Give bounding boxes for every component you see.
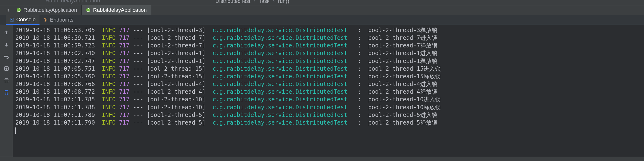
log-line: 2019-10-18 11:07:11.790 INFO 717 --- [po…: [15, 119, 642, 126]
log-sep: :: [358, 73, 361, 80]
console-tab[interactable]: Console: [6, 15, 40, 25]
crumb-class[interactable]: DistributedTest: [216, 0, 250, 4]
log-level: INFO: [102, 81, 116, 88]
log-timestamp: 2019-10-18 11:06:59.723: [15, 42, 95, 49]
log-logger: c.g.rabbitdelay.service.DistributedTest: [212, 34, 351, 41]
log-logger: c.g.rabbitdelay.service.DistributedTest: [212, 66, 351, 72]
toolwindow-tab-bar: ConsoleEndpoints: [0, 15, 644, 25]
log-level: INFO: [102, 34, 116, 41]
log-message: pool-2-thread-4释放锁: [368, 88, 438, 95]
log-dashes: ---: [133, 34, 143, 41]
log-timestamp: 2019-10-18 11:07:02.747: [15, 58, 95, 64]
log-logger: c.g.rabbitdelay.service.DistributedTest: [212, 50, 351, 56]
log-dashes: ---: [133, 66, 143, 72]
toolwindow-tab-label: Console: [16, 16, 36, 23]
log-logger: c.g.rabbitdelay.service.DistributedTest: [212, 112, 351, 118]
soft-wrap-icon[interactable]: [3, 53, 10, 60]
log-timestamp: 2019-10-18 11:07:11.789: [15, 112, 95, 118]
log-pid: 717: [119, 81, 130, 88]
trash-icon[interactable]: [3, 89, 10, 96]
log-pid: 717: [119, 96, 130, 103]
log-sep: :: [358, 42, 361, 49]
log-sep: :: [358, 50, 361, 56]
log-message: pool-2-thread-3释放锁: [368, 27, 438, 34]
log-sep: :: [358, 58, 361, 64]
spring-boot-icon: [16, 8, 21, 12]
log-timestamp: 2019-10-18 11:07:02.740: [15, 50, 95, 56]
log-sep: :: [358, 66, 361, 72]
svg-rect-5: [5, 81, 8, 83]
arrow-up-icon[interactable]: [3, 29, 10, 36]
log-level: INFO: [102, 27, 116, 34]
arrow-down-icon[interactable]: [3, 41, 10, 48]
log-level: INFO: [102, 88, 116, 95]
log-thread: [pool-2-thread-7]: [147, 42, 209, 49]
status-bar: [0, 157, 644, 161]
log-dashes: ---: [133, 50, 143, 56]
log-line: 2019-10-18 11:06:53.705 INFO 717 --- [po…: [15, 26, 642, 34]
log-dashes: ---: [133, 96, 143, 103]
log-logger: c.g.rabbitdelay.service.DistributedTest: [212, 42, 351, 49]
log-timestamp: 2019-10-18 11:07:11.790: [15, 119, 95, 126]
log-thread: [pool-2-thread-5]: [147, 112, 209, 118]
log-thread: [ool-2-thread-15]: [147, 66, 209, 72]
crumb-method[interactable]: run(): [278, 0, 289, 4]
log-pid: 717: [119, 112, 130, 118]
log-timestamp: 2019-10-18 11:07:08.766: [15, 81, 95, 88]
log-thread: [ool-2-thread-15]: [147, 73, 209, 80]
log-message: pool-2-thread-7进入锁: [368, 34, 438, 41]
log-pid: 717: [119, 119, 130, 126]
log-dashes: ---: [133, 81, 143, 88]
log-dashes: ---: [133, 27, 143, 34]
endpoints-tab[interactable]: Endpoints: [40, 15, 77, 25]
run-config-tab[interactable]: RabbitdelayApplication: [82, 5, 151, 14]
chevron-right-icon: ›: [252, 0, 257, 4]
log-thread: [pool-2-thread-4]: [147, 81, 209, 88]
log-message: pool-2-thread-10释放锁: [368, 104, 441, 111]
log-thread: [pool-2-thread-1]: [147, 50, 209, 56]
log-thread: [ool-2-thread-10]: [147, 104, 209, 111]
scroll-to-end-icon[interactable]: [3, 65, 10, 72]
log-timestamp: 2019-10-18 11:07:11.785: [15, 96, 95, 103]
run-config-tab-label: RabbitdelayApplication: [93, 7, 147, 13]
log-sep: :: [358, 88, 361, 95]
log-dashes: ---: [133, 58, 143, 64]
svg-point-3: [45, 20, 46, 20]
log-pid: 717: [119, 34, 130, 41]
log-pid: 717: [119, 66, 130, 72]
crumb-inner[interactable]: Task: [259, 0, 270, 4]
log-timestamp: 2019-10-18 11:07:08.772: [15, 88, 95, 95]
log-logger: c.g.rabbitdelay.service.DistributedTest: [212, 96, 351, 103]
log-level: INFO: [102, 73, 116, 80]
log-pid: 717: [119, 58, 130, 64]
log-thread: [pool-2-thread-5]: [147, 119, 209, 126]
log-message: pool-2-thread-4进入锁: [368, 81, 438, 88]
log-sep: :: [358, 27, 361, 34]
log-sep: :: [358, 81, 361, 88]
log-line: 2019-10-18 11:06:59.721 INFO 717 --- [po…: [15, 34, 642, 42]
log-line: 2019-10-18 11:07:05.751 INFO 717 --- [oo…: [15, 65, 642, 72]
log-dashes: ---: [133, 119, 143, 126]
print-icon[interactable]: [3, 77, 10, 84]
log-level: INFO: [102, 50, 116, 56]
console-output[interactable]: 2019-10-18 11:06:53.705 INFO 717 --- [po…: [13, 25, 644, 157]
log-line: 2019-10-18 11:07:11.789 INFO 717 --- [po…: [15, 111, 642, 119]
log-pid: 717: [119, 42, 130, 49]
run-label: n:: [5, 5, 12, 14]
log-line: 2019-10-18 11:07:11.785 INFO 717 --- [oo…: [15, 96, 642, 103]
log-timestamp: 2019-10-18 11:06:53.705: [15, 27, 95, 34]
run-config-tab[interactable]: RabbitdelayApplication: [12, 5, 82, 14]
log-timestamp: 2019-10-18 11:07:05.760: [15, 73, 95, 80]
log-dashes: ---: [133, 42, 143, 49]
log-message: pool-2-thread-10进入锁: [368, 96, 441, 103]
log-level: INFO: [102, 104, 116, 111]
log-pid: 717: [119, 73, 130, 80]
log-level: INFO: [102, 119, 116, 126]
log-line: 2019-10-18 11:07:02.747 INFO 717 --- [po…: [15, 57, 642, 65]
log-line: 2019-10-18 11:07:02.740 INFO 717 --- [po…: [15, 49, 642, 57]
log-message: pool-2-thread-15进入锁: [368, 66, 441, 72]
log-sep: :: [358, 96, 361, 103]
log-message: pool-2-thread-5释放锁: [368, 119, 438, 126]
log-logger: c.g.rabbitdelay.service.DistributedTest: [212, 119, 351, 126]
log-dashes: ---: [133, 88, 143, 95]
